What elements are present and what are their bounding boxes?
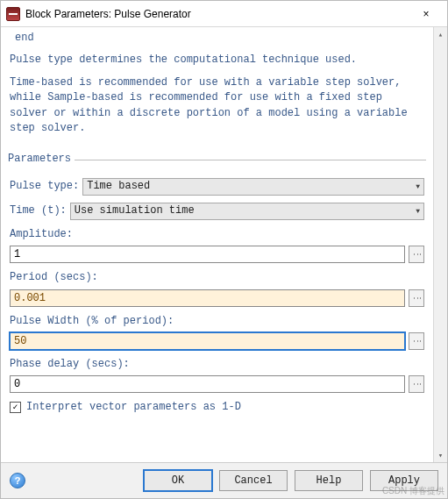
period-input[interactable] — [10, 289, 405, 307]
pulse-width-input[interactable] — [10, 332, 405, 350]
pulse-type-value: Time based — [87, 179, 150, 194]
ok-button[interactable]: OK — [144, 470, 212, 491]
time-value: Use simulation time — [75, 203, 195, 218]
period-label: Period (secs): — [10, 270, 424, 285]
pulse-type-row: Pulse type: Time based ▼ — [10, 178, 424, 196]
amplitude-label: Amplitude: — [10, 227, 424, 242]
help-icon[interactable]: ? — [10, 473, 25, 488]
time-row: Time (t): Use simulation time ▼ — [10, 203, 424, 220]
pulse-type-label: Pulse type: — [10, 179, 79, 194]
amplitude-more-button[interactable]: ⋮ — [409, 246, 424, 263]
desc-para-1: Pulse type determines the computational … — [10, 53, 424, 68]
pulse-width-more-button[interactable]: ⋮ — [409, 332, 424, 350]
close-button[interactable]: × — [409, 2, 444, 26]
window-title: Block Parameters: Pulse Generator — [25, 8, 409, 20]
period-more-button[interactable]: ⋮ — [409, 289, 424, 307]
desc-end-line: end — [15, 31, 424, 46]
phase-delay-more-button[interactable]: ⋮ — [409, 375, 424, 393]
apply-button[interactable]: Apply — [370, 470, 438, 491]
chevron-down-icon: ▼ — [416, 206, 420, 217]
interpret-vector-label: Interpret vector parameters as 1-D — [26, 400, 241, 415]
scroll-up-icon[interactable]: ▴ — [434, 27, 447, 41]
footer-bar: ? OK Cancel Help Apply — [1, 463, 447, 498]
help-button[interactable]: Help — [295, 470, 363, 491]
content-scroll: end Pulse type determines the computatio… — [1, 27, 433, 462]
pulse-width-label: Pulse Width (% of period): — [10, 314, 424, 329]
time-label: Time (t): — [10, 203, 67, 218]
phase-delay-label: Phase delay (secs): — [10, 357, 424, 372]
parameters-group: Parameters Pulse type: Time based ▼ Time… — [8, 152, 426, 415]
interpret-vector-checkbox[interactable]: ✓ — [10, 402, 21, 413]
pulse-type-select[interactable]: Time based ▼ — [82, 178, 424, 196]
description-block: end Pulse type determines the computatio… — [8, 31, 426, 150]
close-icon: × — [423, 8, 429, 20]
period-row: ⋮ — [10, 289, 424, 307]
titlebar: Block Parameters: Pulse Generator × — [1, 1, 447, 27]
phase-delay-input[interactable] — [10, 375, 405, 393]
amplitude-row: ⋮ — [10, 246, 424, 263]
amplitude-input[interactable] — [10, 246, 405, 263]
cancel-button[interactable]: Cancel — [219, 470, 288, 491]
time-select[interactable]: Use simulation time ▼ — [70, 203, 424, 220]
content-area: end Pulse type determines the computatio… — [1, 27, 447, 463]
desc-para-2: Time-based is recommended for use with a… — [10, 75, 424, 137]
scroll-down-icon[interactable]: ▾ — [434, 448, 447, 462]
vertical-scrollbar[interactable]: ▴ ▾ — [433, 27, 447, 462]
interpret-vector-row[interactable]: ✓ Interpret vector parameters as 1-D — [10, 400, 424, 415]
app-icon — [6, 7, 20, 21]
chevron-down-icon: ▼ — [416, 182, 420, 192]
pulse-width-row: ⋮ — [10, 332, 424, 350]
phase-delay-row: ⋮ — [10, 375, 424, 393]
parameters-legend: Parameters — [8, 152, 75, 167]
